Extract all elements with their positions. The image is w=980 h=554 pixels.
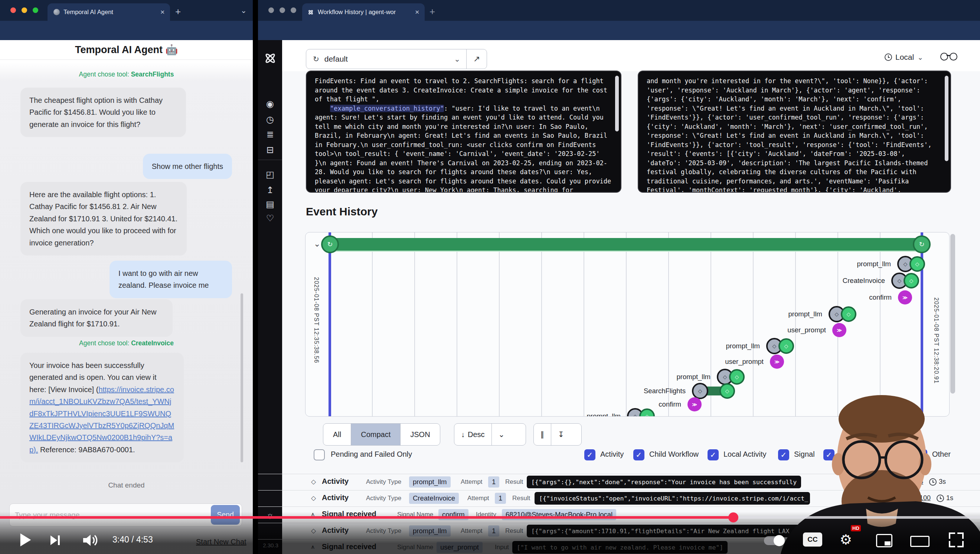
new-tab-button[interactable] [175, 6, 181, 18]
tool-note-prefix: Agent chose tool: [79, 70, 131, 78]
minimize-window-button[interactable] [280, 8, 285, 13]
timeline-end-timestamp: 2025-01-08 PST 12:38:20.91 [933, 298, 940, 384]
schedules-clock-icon[interactable]: ◷ [258, 115, 282, 125]
video-frame: Temporal AI Agent ✕ ⓘ localhost:5173 ☆ T… [0, 0, 980, 554]
activity-completed-marker[interactable] [904, 273, 919, 288]
archive-icon[interactable]: ⊟ [258, 145, 282, 155]
close-window-button[interactable] [10, 8, 16, 13]
tab-all[interactable]: All [323, 423, 351, 445]
captions-button[interactable]: CC [803, 532, 822, 546]
zoom-window-button[interactable] [33, 8, 38, 13]
video-progress-played[interactable] [0, 516, 733, 519]
timeline-label: prompt_llm [587, 412, 621, 417]
pending-failed-checkbox[interactable] [314, 449, 325, 460]
signal-marker[interactable] [832, 323, 846, 337]
tab-json[interactable]: JSON [401, 423, 439, 445]
reader-glasses-icon[interactable] [940, 51, 957, 62]
code-scrollbar[interactable] [615, 76, 619, 131]
signal-marker[interactable] [770, 355, 784, 369]
workflow-input-code-panel[interactable]: FindEvents: Find an event to travel to 2… [306, 70, 621, 193]
timeline-label: user_prompt [788, 326, 826, 334]
hd-badge: HD [851, 525, 861, 531]
sort-chevron-button[interactable] [492, 423, 512, 445]
tab-title: Workflow History | agent-wor [318, 8, 396, 16]
feedback-heart-icon[interactable]: ♡ [258, 213, 282, 223]
clock-icon [885, 54, 892, 61]
signal-marker[interactable] [898, 290, 912, 304]
tab-workflow-history[interactable]: Workflow History | agent-wor ✕ [302, 3, 425, 21]
tab-search-icon[interactable] [240, 6, 247, 15]
activity-completed-marker[interactable] [910, 256, 925, 272]
autoplay-toggle[interactable] [764, 536, 785, 545]
tab-compact[interactable]: Compact [351, 423, 401, 445]
timeline-label: prompt_llm [677, 373, 711, 381]
agent-message: Generating an invoice for your Air New Z… [21, 299, 173, 337]
import-upload-icon[interactable]: ↥ [258, 185, 282, 195]
invoice-reference: Reference: 9AB8A670-0001. [38, 446, 135, 454]
theater-mode-button[interactable] [910, 536, 929, 547]
code-scrollbar[interactable] [945, 76, 948, 161]
timezone-select[interactable]: Local [885, 53, 923, 62]
sort-desc-button[interactable]: ↓Desc [454, 423, 492, 445]
download-button[interactable]: ↧ [551, 423, 571, 445]
pause-button[interactable]: ∥ [534, 423, 551, 445]
sidebar-divider [258, 160, 282, 160]
timeline-label: CreateInvoice [843, 277, 885, 285]
left-toolbar: ⓘ localhost:5173 ☆ [0, 21, 253, 40]
activity-completed-marker[interactable] [719, 383, 735, 399]
user-message: I want to go with air new zealand. Pleas… [110, 261, 232, 298]
workflow-result-code-panel[interactable]: and month you're interested in for the e… [638, 70, 951, 193]
stack-layers-icon[interactable]: ≣ [258, 129, 282, 140]
tool-note-name: CreateInvoice [131, 339, 174, 347]
chevron-down-icon [454, 54, 460, 64]
timeline-label: prompt_llm [789, 310, 822, 318]
collapse-timeline-icon[interactable] [314, 239, 320, 249]
volume-icon[interactable] [83, 534, 99, 546]
pending-failed-label: Pending and Failed Only [331, 450, 412, 458]
page-scrollbar[interactable] [950, 234, 955, 393]
tab-temporal-ai-agent[interactable]: Temporal AI Agent ✕ [48, 3, 170, 21]
next-button[interactable] [49, 534, 62, 546]
close-tab-icon[interactable]: ✕ [409, 9, 425, 16]
temporal-logo-icon[interactable] [263, 51, 277, 65]
workflows-eye-icon[interactable]: ◉ [258, 99, 282, 109]
namespace-select[interactable]: ↻ default ↗ [306, 49, 487, 69]
invoice-link[interactable]: https://invoice.stripe.com/i/acct_1NBOLu… [29, 385, 174, 454]
minimize-window-button[interactable] [22, 8, 27, 13]
left-tabstrip: Temporal AI Agent ✕ [0, 0, 253, 21]
chat-scrollbar[interactable] [240, 293, 243, 462]
activity-scheduled-marker[interactable] [692, 383, 708, 399]
video-progress-remaining[interactable] [733, 516, 980, 519]
checkbox-activity[interactable] [584, 449, 595, 460]
play-button[interactable] [18, 532, 33, 548]
workflow-start-marker[interactable] [321, 236, 339, 253]
miniplayer-button[interactable] [876, 534, 892, 547]
checkbox-local-activity[interactable] [708, 449, 719, 460]
zoom-window-button[interactable] [291, 8, 296, 13]
fullscreen-button[interactable] [949, 532, 964, 547]
settings-gear-icon[interactable] [840, 532, 852, 548]
activity-completed-marker[interactable] [729, 369, 745, 385]
checkbox-label: Local Activity [724, 450, 767, 458]
agent-message-invoice: Your invoice has been successfully gener… [21, 353, 184, 462]
workflow-end-marker[interactable] [913, 236, 931, 253]
workflow-span-bar[interactable] [330, 238, 922, 251]
namespace-value: default [325, 54, 348, 64]
close-window-button[interactable] [268, 8, 274, 13]
activity-completed-marker[interactable] [778, 338, 794, 354]
checkbox-label: Activity [600, 450, 624, 458]
new-tab-button[interactable] [430, 6, 435, 18]
video-scrubber-handle[interactable] [728, 513, 738, 522]
labs-icon[interactable]: ▤ [258, 199, 282, 209]
result-code-chip: [{"args":{},"next":"done","response":"Yo… [527, 476, 801, 488]
agent-message: The cheapest flight option is with Catha… [21, 88, 186, 137]
activity-completed-marker[interactable] [841, 306, 856, 322]
tool-note: Agent chose tool: SearchFlights [0, 70, 253, 78]
close-tab-icon[interactable]: ✕ [155, 9, 170, 16]
timeline-start-line [329, 232, 331, 416]
nexus-cube-icon[interactable]: ◰ [258, 169, 282, 180]
signal-marker[interactable] [687, 397, 702, 411]
checkbox-child-workflow[interactable] [633, 449, 644, 460]
open-namespace-icon[interactable]: ↗ [466, 49, 487, 69]
view-mode-segmented-control: All Compact JSON [323, 423, 440, 446]
